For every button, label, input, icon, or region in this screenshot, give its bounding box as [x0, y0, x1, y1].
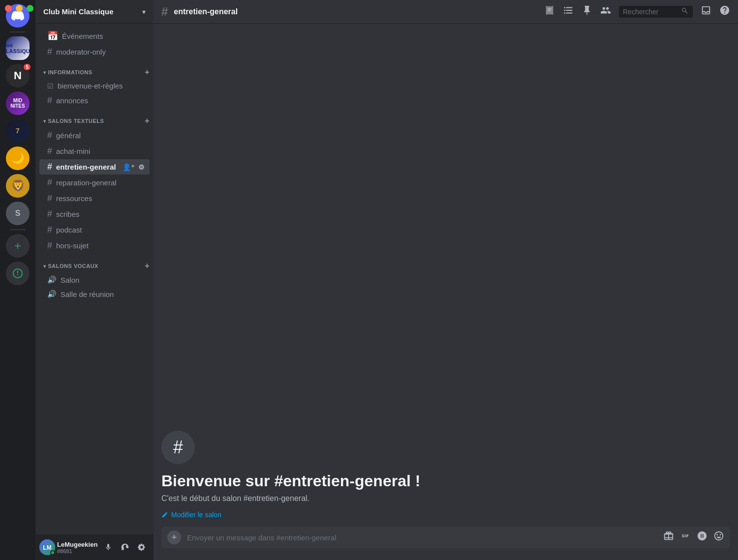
user-status-dot [50, 550, 55, 555]
hash-icon: # [47, 240, 52, 251]
pin-icon[interactable] [582, 5, 592, 18]
sidebar-header[interactable]: Club Mini Classique ▾ [35, 0, 154, 24]
channel-item-hors-sujet[interactable]: # hors-sujet [39, 238, 150, 253]
threads-icon[interactable] [544, 5, 555, 18]
gift-icon[interactable] [663, 531, 674, 544]
channel-actions: 👤⁺ ⚙ [122, 162, 146, 172]
mute-icon[interactable] [563, 5, 574, 18]
maximize-button[interactable] [27, 5, 33, 12]
server-divider-2 [10, 229, 26, 230]
hash-icon: # [47, 225, 52, 235]
user-avatar-wrap[interactable]: LM [39, 539, 55, 555]
gif-icon[interactable] [680, 531, 691, 544]
add-attachment-button[interactable]: + [167, 531, 181, 544]
channel-item-ressources[interactable]: # ressources [39, 191, 150, 206]
server-list: MiniCLASSIQUE N 5 MIDNITES 7 🌙 🦁 S + [0, 0, 35, 560]
hash-icon: # [47, 162, 52, 172]
settings-button[interactable] [134, 539, 150, 555]
category-name-informations: INFORMATIONS [48, 69, 145, 75]
channel-item-scribes[interactable]: # scribes [39, 206, 150, 222]
channel-item-reparation-general[interactable]: # reparation-general [39, 175, 150, 190]
server-icon-mini-classique[interactable]: MiniCLASSIQUE [6, 36, 30, 60]
voice-channel-name: Salon [61, 276, 79, 284]
channel-item-evenements[interactable]: 📅 Événements [39, 28, 150, 44]
channel-item-moderator-only[interactable]: # moderator-only [39, 44, 150, 59]
notification-badge: 5 [23, 63, 31, 71]
category-salons-vocaux[interactable]: ▾ SALONS VOCAUX + [35, 254, 154, 272]
add-channel-informations-button[interactable]: + [145, 68, 150, 77]
category-chevron-icon: ▾ [43, 118, 46, 124]
hash-icon: # [47, 146, 52, 156]
channel-item-general[interactable]: # général [39, 128, 150, 143]
active-channel-name: entretien-general [56, 163, 122, 171]
user-discriminator: #8681 [57, 548, 98, 554]
server-icon-midnites[interactable]: MIDNITES [6, 91, 30, 115]
headphones-button[interactable] [117, 539, 133, 555]
welcome-title: Bienvenue sur #entretien-general ! [161, 472, 730, 490]
category-salons-textuels[interactable]: ▾ SALONS TEXTUELS + [35, 109, 154, 127]
server-icon-moon[interactable]: 🌙 [6, 147, 30, 170]
channel-item-podcast[interactable]: # podcast [39, 222, 150, 237]
header-actions [544, 5, 730, 18]
calendar-icon: 📅 [47, 30, 58, 41]
channel-item-entretien-general[interactable]: # entretien-general 👤⁺ ⚙ [39, 159, 150, 175]
hash-icon: # [47, 47, 52, 57]
message-input-area: + [154, 527, 738, 560]
category-chevron-icon: ▾ [43, 70, 46, 75]
channel-header-name: entretien-general [174, 7, 238, 16]
members-icon[interactable] [600, 5, 611, 18]
channel-item-bienvenue[interactable]: ☑ bienvenue-et-règles [39, 79, 150, 92]
add-channel-vocaux-button[interactable]: + [145, 262, 150, 270]
message-input-wrap: + [161, 527, 730, 548]
voice-channel-reunion[interactable]: 🔊 Salle de réunion [39, 287, 150, 301]
search-bar[interactable] [619, 6, 693, 18]
server-name: Club Mini Classique [43, 7, 114, 16]
speaker-icon: 🔊 [47, 275, 57, 284]
channel-header: # entretien-general [154, 0, 738, 24]
server-icon-lion[interactable]: 🦁 [6, 174, 30, 198]
chevron-down-icon: ▾ [142, 8, 146, 16]
server-icon-7arts[interactable]: 7 [6, 119, 30, 143]
hash-icon: # [47, 130, 52, 141]
welcome-hash-icon: # [173, 437, 183, 458]
channel-item-achat-mini[interactable]: # achat-mini [39, 144, 150, 159]
voice-channel-name: Salle de réunion [61, 290, 114, 298]
server-icon-s[interactable]: S [6, 202, 30, 225]
minimize-button[interactable] [16, 5, 23, 12]
discover-button[interactable] [6, 262, 30, 285]
add-member-icon[interactable]: 👤⁺ [122, 162, 135, 172]
welcome-section: # Bienvenue sur #entretien-general ! C'e… [154, 423, 738, 519]
microphone-button[interactable] [100, 539, 116, 555]
speaker-icon: 🔊 [47, 290, 57, 298]
channel-item-annonces[interactable]: # annonces [39, 93, 150, 108]
category-chevron-icon: ▾ [43, 264, 46, 269]
message-input[interactable] [187, 533, 657, 542]
hash-icon: # [47, 177, 52, 188]
search-input[interactable] [623, 8, 678, 16]
voice-channel-salon[interactable]: 🔊 Salon [39, 273, 150, 287]
channel-header-hash-icon: # [161, 5, 168, 19]
hash-icon: # [47, 193, 52, 204]
user-name: LeMugeekien [57, 541, 98, 548]
traffic-lights[interactable] [5, 5, 33, 12]
settings-icon[interactable]: ⚙ [137, 162, 146, 172]
rules-icon: ☑ [47, 82, 54, 90]
inbox-icon[interactable] [701, 5, 711, 18]
search-icon [681, 7, 689, 17]
category-informations[interactable]: ▾ INFORMATIONS + [35, 60, 154, 79]
help-icon[interactable] [719, 5, 730, 18]
add-server-button[interactable]: + [6, 234, 30, 258]
user-bar: LM LeMugeekien #8681 [35, 534, 154, 560]
main-content: # entretien-general [154, 0, 738, 560]
hash-icon: # [47, 95, 52, 106]
close-button[interactable] [5, 5, 12, 12]
add-channel-textuels-button[interactable]: + [145, 117, 150, 125]
modify-channel-link[interactable]: Modifier le salon [161, 511, 730, 519]
server-icon-notion[interactable]: N 5 [6, 64, 30, 88]
sticker-icon[interactable] [697, 531, 707, 544]
channel-list: 📅 Événements # moderator-only ▾ INFORMAT… [35, 24, 154, 534]
chat-area: # Bienvenue sur #entretien-general ! C'e… [154, 24, 738, 527]
modify-channel-label: Modifier le salon [171, 511, 221, 519]
server-divider [10, 31, 26, 32]
emoji-icon[interactable] [713, 531, 724, 544]
